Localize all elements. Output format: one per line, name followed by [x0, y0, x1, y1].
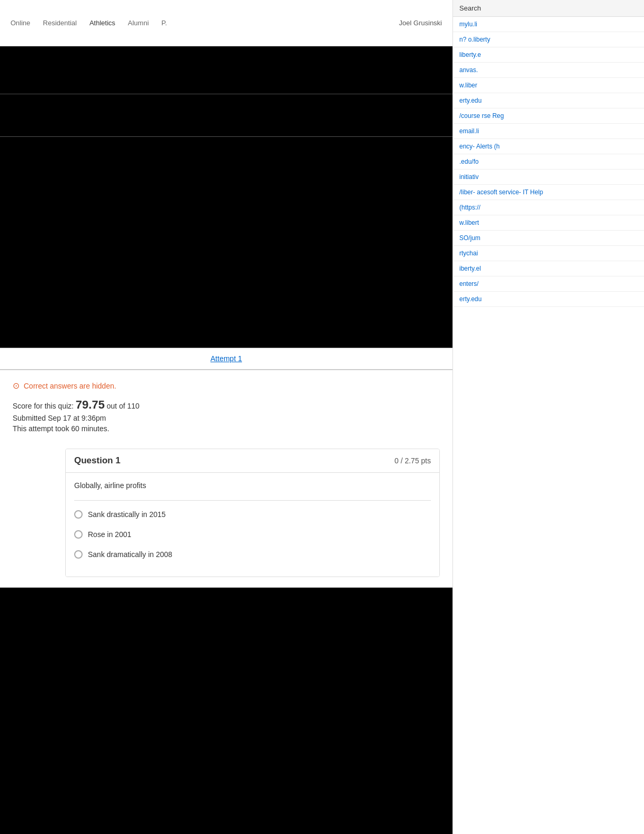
blacked-section-2: [0, 94, 452, 136]
nav-bar: Online Residential Athletics Alumni P. J…: [0, 0, 452, 46]
answer-text-3: Sank dramatically in 2008: [88, 550, 172, 559]
question-1-text: Globally, airline profits: [74, 481, 431, 490]
submitted-line: Submitted Sep 17 at 9:36pm: [13, 414, 440, 422]
answer-option-3: Sank dramatically in 2008: [74, 548, 431, 561]
right-sidebar: Search mylu.li n? o.liberty liberty.e an…: [452, 0, 644, 834]
score-value: 79.75: [76, 398, 105, 411]
sidebar-link-4[interactable]: w.liber: [453, 78, 644, 93]
sidebar-link-13[interactable]: w.libert: [453, 215, 644, 231]
question-1-header: Question 1 0 / 2.75 pts: [66, 449, 439, 473]
question-1-title: Question 1: [74, 455, 120, 466]
nav-link-online[interactable]: Online: [11, 19, 31, 27]
sidebar-link-10[interactable]: initiativ: [453, 170, 644, 185]
sidebar-link-5[interactable]: erty.edu: [453, 93, 644, 108]
answer-option-1: Sank drastically in 2015: [74, 508, 431, 521]
question-badge-col: Incorrect: [13, 443, 65, 449]
main-content: Online Residential Athletics Alumni P. J…: [0, 0, 452, 834]
page-wrapper: Online Residential Athletics Alumni P. J…: [0, 0, 644, 834]
blacked-section-3: [0, 137, 452, 348]
sidebar-link-12[interactable]: (https://: [453, 200, 644, 215]
sidebar-link-16[interactable]: iberty.el: [453, 261, 644, 276]
nav-link-alumni[interactable]: Alumni: [128, 19, 149, 27]
sidebar-link-0[interactable]: mylu.li: [453, 17, 644, 32]
sidebar-link-14[interactable]: SO/jum: [453, 231, 644, 246]
correct-answers-notice: ⊙ Correct answers are hidden.: [13, 381, 440, 391]
nav-user: Joel Grusinski: [399, 19, 442, 27]
radio-2[interactable]: [74, 530, 83, 539]
sidebar-link-2[interactable]: liberty.e: [453, 47, 644, 63]
alert-icon: ⊙: [13, 381, 19, 391]
attempt-time-line: This attempt took 60 minutes.: [13, 424, 440, 433]
divider-1: [0, 94, 452, 94]
question-1-row: Incorrect Question 1 0 / 2.75 pts Global…: [13, 443, 440, 577]
sidebar-link-1[interactable]: n? o.liberty: [453, 32, 644, 47]
attempt-link[interactable]: Attempt 1: [210, 354, 242, 363]
nav-link-athletics[interactable]: Athletics: [89, 19, 115, 27]
attempt-section: Attempt 1: [0, 348, 452, 370]
sidebar-link-17[interactable]: enters/: [453, 276, 644, 292]
sidebar-link-9[interactable]: .edu/fo: [453, 154, 644, 170]
correct-answers-text: Correct answers are hidden.: [24, 382, 116, 390]
sidebar-link-18[interactable]: erty.edu: [453, 292, 644, 307]
score-line: Score for this quiz: 79.75 out of 110: [13, 398, 440, 412]
question-1-points: 0 / 2.75 pts: [395, 456, 431, 465]
answer-text-1: Sank drastically in 2015: [88, 510, 166, 519]
score-prefix: Score for this quiz:: [13, 402, 74, 410]
answer-divider: [74, 500, 431, 501]
sidebar-link-3[interactable]: anvas.: [453, 63, 644, 78]
nav-link-p[interactable]: P.: [162, 19, 167, 27]
nav-links: Online Residential Athletics Alumni P.: [11, 19, 167, 27]
question-content-col: Question 1 0 / 2.75 pts Globally, airlin…: [65, 443, 440, 577]
question-1-card: Question 1 0 / 2.75 pts Globally, airlin…: [65, 449, 440, 577]
blacked-section-1: [0, 46, 452, 94]
question-1-body: Globally, airline profits Sank drastical…: [66, 473, 439, 577]
sidebar-link-6[interactable]: /course rse Reg: [453, 108, 644, 124]
sidebar-search[interactable]: Search: [453, 0, 644, 17]
sidebar-link-8[interactable]: ency- Alerts (h: [453, 139, 644, 154]
sidebar-link-7[interactable]: email.li: [453, 124, 644, 139]
answer-text-2: Rose in 2001: [88, 530, 132, 539]
answer-option-2: Rose in 2001: [74, 528, 431, 541]
radio-3[interactable]: [74, 550, 83, 559]
quiz-results-container: ⊙ Correct answers are hidden. Score for …: [0, 370, 452, 588]
sidebar-link-11[interactable]: /liber- acesoft service- IT Help: [453, 185, 644, 200]
score-suffix-text: out of 110: [107, 402, 139, 410]
radio-1[interactable]: [74, 510, 83, 519]
nav-link-residential[interactable]: Residential: [43, 19, 77, 27]
sidebar-link-15[interactable]: rtychai: [453, 246, 644, 261]
